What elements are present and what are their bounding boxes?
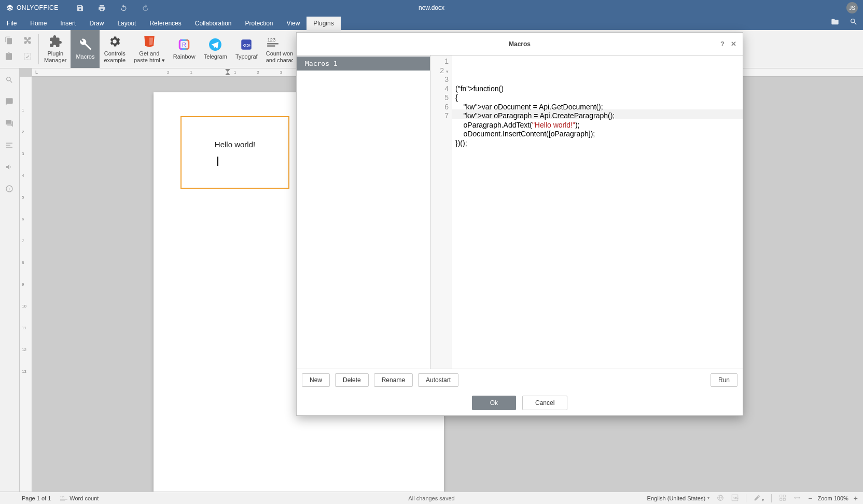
close-icon[interactable]: ✕	[731, 40, 736, 48]
user-badge[interactable]: JS	[846, 2, 858, 13]
fit-width-icon[interactable]	[794, 494, 801, 502]
tab-layout[interactable]: Layout	[110, 17, 143, 30]
toolbar-macros[interactable]: Macros	[71, 30, 100, 68]
spellcheck-icon[interactable]: ABC	[731, 494, 739, 502]
macros-action-bar: New Delete Rename Autostart Run	[297, 369, 743, 390]
macro-code-editor[interactable]: 12 ▾34567 ("fn">function(){ "kw">var oDo…	[430, 55, 743, 369]
telegram-icon	[208, 38, 222, 51]
rename-macro-button[interactable]: Rename	[374, 373, 413, 387]
tab-references[interactable]: References	[143, 17, 188, 30]
zoom-out-button[interactable]: −	[808, 494, 812, 502]
status-page[interactable]: Page 1 of 1	[22, 495, 51, 501]
gear-icon	[108, 35, 121, 48]
toolbar-rainbow[interactable]: R Rainbow	[169, 30, 200, 68]
toolbar-typograf[interactable]: «» Typograf	[231, 30, 262, 68]
document-title: new.docx	[419, 4, 444, 11]
vertical-ruler[interactable]: 12345678910111213	[20, 77, 32, 492]
tab-file[interactable]: File	[0, 17, 23, 30]
paste-icon[interactable]	[5, 52, 14, 62]
rainbow-icon: R	[177, 38, 191, 51]
comments-icon[interactable]	[5, 97, 15, 107]
status-saved: All changes saved	[408, 495, 454, 501]
tab-collaboration[interactable]: Collaboration	[188, 17, 239, 30]
toolbar-label: PluginManager	[44, 50, 66, 63]
open-location-icon[interactable]	[831, 18, 839, 28]
tab-draw[interactable]: Draw	[82, 17, 110, 30]
search-icon[interactable]	[850, 18, 858, 28]
macros-dialog-header: Macros ? ✕	[297, 33, 743, 55]
tab-insert[interactable]: Insert	[53, 17, 82, 30]
toolbar-label: Macros	[76, 53, 94, 60]
macro-list-item[interactable]: Macros 1	[297, 57, 430, 71]
svg-text:ABC: ABC	[733, 496, 739, 499]
macros-dialog: Macros ? ✕ Macros 1 12 ▾34567 ("fn">func…	[296, 32, 743, 416]
chevron-down-icon: ▾	[707, 496, 709, 500]
stack-icon	[6, 4, 13, 11]
chat-icon[interactable]	[5, 119, 15, 129]
svg-text:123: 123	[60, 496, 64, 499]
tracking-icon[interactable]: ▾	[754, 494, 764, 502]
toolbar-get-paste-html[interactable]: Get andpaste html ▾	[130, 30, 169, 68]
ok-button[interactable]: Ok	[472, 396, 516, 410]
typograf-icon: «»	[240, 38, 253, 51]
save-icon[interactable]	[76, 4, 85, 12]
tab-home[interactable]: Home	[23, 17, 53, 30]
autostart-button[interactable]: Autostart	[418, 373, 458, 387]
undo-icon[interactable]	[120, 4, 128, 12]
toolbar-label: Controlsexample	[104, 50, 126, 63]
left-rail: i	[0, 68, 20, 492]
app-name: ONLYOFFICE	[17, 4, 59, 11]
cancel-button[interactable]: Cancel	[522, 396, 567, 410]
svg-rect-15	[780, 498, 782, 500]
zoom-in-button[interactable]: +	[854, 494, 858, 502]
code-gutter: 12 ▾34567	[430, 55, 452, 369]
copy-icon[interactable]	[5, 36, 14, 46]
headings-icon[interactable]	[5, 141, 15, 150]
toolbar-plugin-manager[interactable]: PluginManager	[40, 30, 71, 68]
count-icon: 123	[266, 35, 280, 48]
toolbar-controls-example[interactable]: Controlsexample	[100, 30, 130, 68]
macros-list[interactable]: Macros 1	[297, 55, 430, 369]
select-all-icon[interactable]	[23, 52, 33, 62]
svg-rect-14	[783, 495, 785, 497]
tab-plugins[interactable]: Plugins	[307, 17, 340, 30]
code-text[interactable]: ("fn">function(){ "kw">var oDocument = A…	[452, 55, 743, 369]
print-icon[interactable]	[98, 4, 106, 12]
toolbar-label: Typograf	[235, 53, 258, 60]
svg-text:R: R	[182, 42, 186, 48]
puzzle-icon	[49, 35, 62, 48]
svg-text:123: 123	[267, 37, 275, 43]
svg-rect-0	[24, 53, 31, 60]
toolbar-telegram[interactable]: Telegram	[200, 30, 231, 68]
globe-icon[interactable]	[717, 494, 724, 502]
new-macro-button[interactable]: New	[302, 373, 330, 387]
status-language[interactable]: English (United States) ▾	[647, 495, 710, 501]
status-zoom[interactable]: Zoom 100%	[818, 495, 848, 501]
run-macro-button[interactable]: Run	[711, 373, 737, 387]
fit-page-icon[interactable]	[779, 494, 786, 502]
toolbar-label: Telegram	[204, 53, 227, 60]
toolbar-count-words[interactable]: 123 Count wordsand characters	[262, 30, 293, 68]
textbox-content: Hello world!	[215, 140, 255, 149]
feedback-icon[interactable]	[5, 163, 15, 172]
help-icon[interactable]: ?	[720, 40, 725, 48]
about-icon[interactable]: i	[5, 185, 15, 194]
indent-marker-icon[interactable]	[225, 69, 230, 75]
wrench-icon	[78, 38, 92, 51]
toolbar-label: Count wordsand characters	[266, 50, 293, 63]
tab-view[interactable]: View	[280, 17, 307, 30]
toolbar-label: Rainbow	[173, 53, 196, 60]
main-tabs: File Home Insert Draw Layout References …	[0, 16, 863, 30]
title-bar: ONLYOFFICE new.docx JS	[0, 0, 863, 16]
app-logo: ONLYOFFICE	[6, 4, 59, 11]
svg-text:i: i	[9, 187, 10, 191]
redo-icon[interactable]	[142, 4, 150, 12]
delete-macro-button[interactable]: Delete	[335, 373, 369, 387]
cut-icon[interactable]	[23, 36, 33, 46]
svg-text:«»: «»	[243, 41, 250, 49]
svg-rect-16	[783, 498, 785, 500]
tab-protection[interactable]: Protection	[239, 17, 280, 30]
find-icon[interactable]	[5, 76, 15, 85]
text-box[interactable]: Hello world!	[180, 116, 289, 189]
status-wordcount[interactable]: 123 Word count	[60, 495, 99, 502]
